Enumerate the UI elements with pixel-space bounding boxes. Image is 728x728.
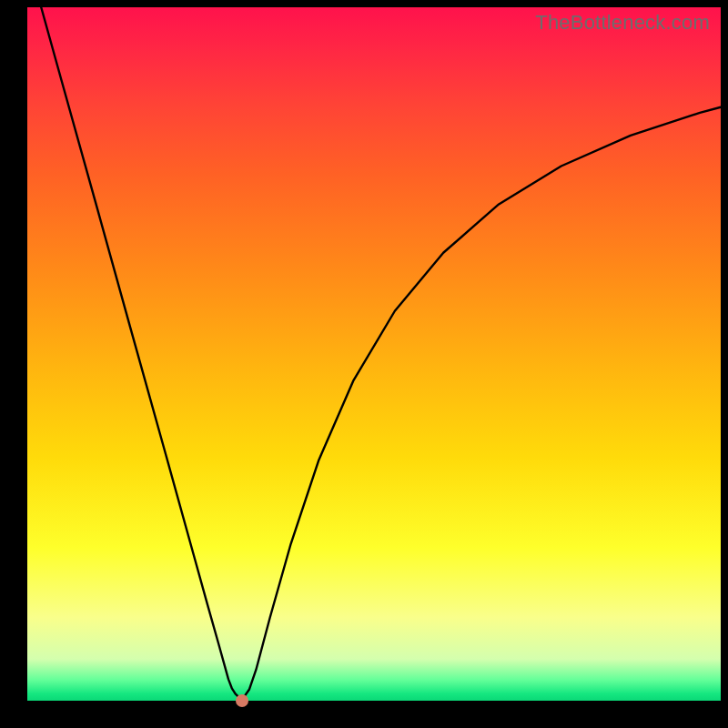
curve-left (41, 7, 242, 699)
minimum-marker (236, 694, 248, 707)
curve-right (242, 107, 721, 700)
chart-stage: TheBottleneck.com (0, 0, 728, 728)
curve-layer (27, 7, 721, 701)
plot-area: TheBottleneck.com (27, 7, 721, 701)
